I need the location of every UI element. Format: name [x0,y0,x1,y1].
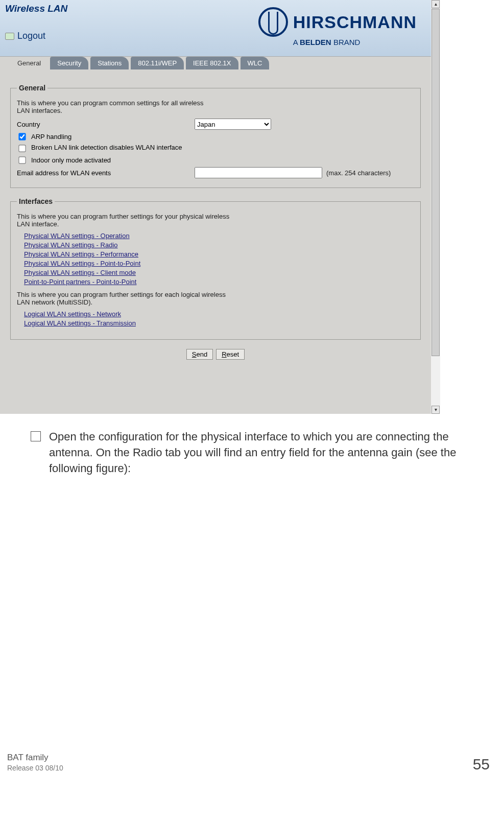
link-physical-wlan-settings-client-mode[interactable]: Physical WLAN settings - Client mode [24,269,136,276]
scrollbar-thumb[interactable] [431,9,440,356]
tab-wlc[interactable]: WLC [241,57,270,69]
brand-block: HIRSCHMANN A BELDEN BRAND [258,7,417,46]
interfaces-group: Interfaces This is where you can program… [10,197,421,340]
doc-step-text: Open the configuration for the physical … [49,429,479,476]
tab-security[interactable]: Security [50,57,88,69]
tab-general[interactable]: General [10,57,48,69]
interfaces-links1: Physical WLAN settings - OperationPhysic… [24,232,414,286]
link-logical-wlan-settings-network[interactable]: Logical WLAN settings - Network [24,310,121,318]
general-group: General This is where you can program co… [10,84,421,188]
page-number: 55 [473,756,490,773]
arp-checkbox[interactable] [18,133,26,140]
footer-release: Release 03 08/10 [7,763,63,773]
link-logical-wlan-settings-transmission[interactable]: Logical WLAN settings - Transmission [24,319,136,327]
link-physical-wlan-settings-point-to-point[interactable]: Physical WLAN settings - Point-to-Point [24,260,140,267]
checkbox-glyph-icon [31,431,41,441]
logout-icon [5,33,14,40]
tab-ieee-802-1x[interactable]: IEEE 802.1X [186,57,238,69]
interfaces-desc1: This is where you can program further se… [17,213,231,228]
send-button[interactable]: Send [186,349,213,360]
arp-label: ARP handling [31,133,71,141]
link-physical-wlan-settings-performance[interactable]: Physical WLAN settings - Performance [24,250,138,258]
tab-stations[interactable]: Stations [90,57,129,69]
email-input[interactable] [195,167,322,178]
interfaces-desc2: This is where you can program further se… [17,291,231,306]
brand-sub: A BELDEN BRAND [293,38,417,46]
broken-checkbox[interactable] [18,145,26,152]
link-physical-wlan-settings-radio[interactable]: Physical WLAN settings - Radio [24,241,118,249]
logout-label: Logout [17,31,45,41]
footer-family: BAT family [7,752,63,763]
doc-body: Open the configuration for the physical … [0,414,504,476]
tab-bar: GeneralSecurityStations802.11i/WEPIEEE 8… [10,57,269,69]
country-select[interactable]: Japan [195,119,271,130]
broken-label: Broken LAN link detection disables WLAN … [31,144,182,151]
country-label: Country [17,121,190,128]
brand-logo-icon [258,7,288,37]
panel-area: General This is where you can program co… [0,71,431,365]
general-desc: This is where you can program common set… [17,99,206,114]
email-hint: (max. 254 characters) [326,169,391,177]
app-window: ▴ ▾ Wireless LAN Logout HIRSCHMANN A BEL… [0,0,440,414]
doc-footer: BAT family Release 03 08/10 55 [0,752,504,780]
scroll-up-button[interactable]: ▴ [431,0,440,8]
scroll-down-button[interactable]: ▾ [431,406,440,414]
brand-main: HIRSCHMANN [293,12,417,32]
general-legend: General [17,84,47,92]
link-physical-wlan-settings-operation[interactable]: Physical WLAN settings - Operation [24,232,130,240]
indoor-label: Indoor only mode activated [31,156,111,164]
tab-802-11i-wep[interactable]: 802.11i/WEP [131,57,184,69]
email-label: Email address for WLAN events [17,169,190,177]
button-row: Send Reset [9,349,422,360]
reset-button[interactable]: Reset [216,349,245,360]
indoor-checkbox[interactable] [18,156,26,163]
header-band: Wireless LAN Logout HIRSCHMANN A BELDEN … [0,0,431,56]
link-point-to-point-partners-point-to-point[interactable]: Point-to-Point partners - Point-to-Point [24,278,136,286]
interfaces-legend: Interfaces [17,197,55,205]
interfaces-links2: Logical WLAN settings - NetworkLogical W… [24,310,414,327]
